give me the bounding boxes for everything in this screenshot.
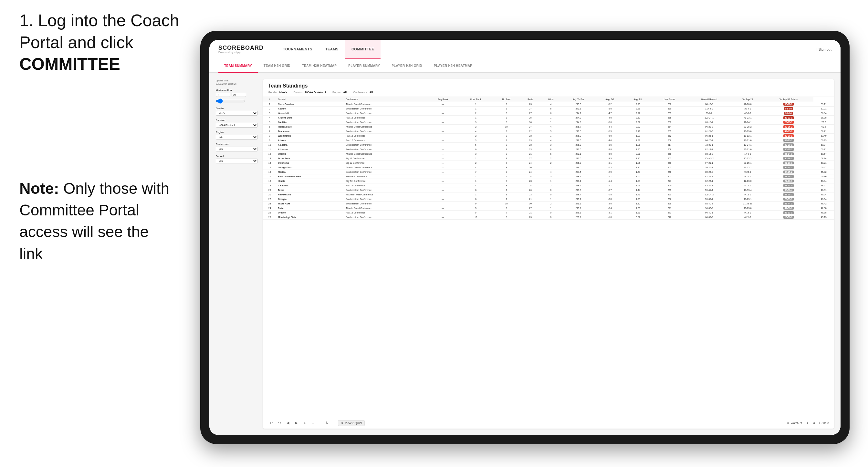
download-btn[interactable]: ↧	[806, 422, 809, 425]
data-cell: 21	[520, 211, 541, 215]
data-cell: 46.91	[813, 188, 834, 192]
school-cell: Illinois	[276, 179, 344, 183]
rank-cell: 25	[263, 211, 276, 215]
data-cell: 42.98	[813, 206, 834, 211]
school-cell: Texas	[276, 188, 344, 192]
refresh-icon[interactable]: ↻	[324, 420, 330, 426]
min-rounds-slider[interactable]	[216, 98, 245, 104]
data-cell: 8	[493, 111, 520, 116]
data-cell: 96-29-2	[686, 125, 731, 129]
conf-cell: Southeastern Conference	[344, 111, 427, 116]
col-avg-sg: Avg. SG	[596, 97, 623, 102]
score-cell: 34-25-2	[764, 170, 813, 175]
table-row: 21New MexicoMountain West Conference—192…	[263, 192, 834, 197]
conference-select[interactable]: (All)	[216, 147, 258, 152]
sub-nav-team-h2h-grid[interactable]: TEAM H2H GRID	[258, 59, 296, 73]
data-cell: 1	[459, 156, 493, 161]
data-cell: 8	[493, 138, 520, 143]
sub-nav-player-h2h-grid[interactable]: PLAYER H2H GRID	[386, 59, 428, 73]
watch-btn[interactable]: 👁 Watch ▼	[786, 422, 802, 425]
main-content: Update time: 27/03/2024 16:56:26 Minimum…	[209, 73, 841, 435]
table-body: 1North CarolinaAtlantic Coast Conference…	[263, 102, 834, 220]
region-select[interactable]: N/A	[216, 135, 258, 139]
data-cell: 49-23-1	[732, 116, 764, 120]
data-cell: 10-23-0	[732, 206, 764, 211]
conference-filter: Conference (All)	[216, 143, 258, 152]
division-select[interactable]: NCAA Division I	[216, 123, 258, 128]
rank-cell: 24	[263, 206, 276, 211]
conf-cell: Southeastern Conference	[344, 197, 427, 201]
min-rounds-min-input[interactable]	[216, 93, 230, 97]
share-btn[interactable]: ⤴ Share	[818, 422, 829, 425]
fullscreen-btn[interactable]: ⧉	[813, 421, 815, 425]
data-cell: 23	[520, 215, 541, 220]
back-icon[interactable]: ◀	[285, 420, 291, 426]
table-row: 19CaliforniaPac-12 Conference—48242278.2…	[263, 183, 834, 188]
nav-teams[interactable]: TEAMS	[319, 40, 345, 59]
rank-cell: 15	[263, 165, 276, 170]
data-cell: 24	[520, 170, 541, 175]
nav-committee[interactable]: COMMITTEE	[345, 40, 381, 59]
undo-icon[interactable]: ↩	[268, 420, 274, 426]
data-cell: -0.4	[596, 206, 623, 211]
data-cell: 16-21-0	[732, 138, 764, 143]
sub-nav-player-summary[interactable]: PLAYER SUMMARY	[342, 59, 386, 73]
nav-tournaments[interactable]: TOURNAMENTS	[277, 40, 319, 59]
data-cell: 4	[459, 165, 493, 170]
forward-icon[interactable]: ▶	[293, 420, 299, 426]
data-cell: 68.57	[813, 152, 834, 156]
sub-nav-team-h2h-heatmap[interactable]: TEAM H2H HEATMAP	[296, 59, 342, 73]
bottom-toolbar: ↩ ↪ ◀ ▶ + − ↻ 👁 View: Original 👁	[263, 417, 834, 429]
data-cell: -5.2	[596, 102, 623, 106]
data-cell: 9	[493, 156, 520, 161]
data-cell: 2	[459, 111, 493, 116]
conf-cell: Big 12 Conference	[344, 161, 427, 165]
data-cell: -5.5	[596, 129, 623, 134]
data-cell: 23	[520, 147, 541, 152]
score-badge: 33-44-3	[783, 202, 794, 205]
data-cell: 30-4-0	[732, 106, 764, 111]
data-cell: 5	[541, 129, 561, 134]
sign-out[interactable]: | Sign out	[817, 48, 832, 51]
data-cell: 5	[459, 143, 493, 147]
tablet-screen: SCOREBOARD Powered by clippi TOURNAMENTS…	[209, 40, 841, 435]
col-rank: #	[263, 97, 276, 102]
school-select[interactable]: (All)	[216, 159, 258, 163]
gender-select[interactable]: Men's	[216, 111, 258, 116]
view-original-btn[interactable]: 👁 View: Original	[338, 420, 365, 426]
school-cell: Texas A&M	[276, 201, 344, 206]
data-cell: —	[427, 165, 459, 170]
data-cell: 8	[493, 134, 520, 138]
data-cell: 23-23-1	[732, 165, 764, 170]
redo-icon[interactable]: ↪	[277, 420, 282, 426]
score-cell: 23-33-1	[764, 211, 813, 215]
data-cell: 2	[541, 156, 561, 161]
min-rounds-max-input[interactable]	[231, 93, 246, 97]
data-cell: 9-19-1	[732, 211, 764, 215]
data-cell: 87-21-2	[686, 175, 731, 179]
data-cell: 279.1	[561, 152, 596, 156]
data-cell: 258	[653, 170, 687, 175]
zoom-out-icon[interactable]: −	[310, 420, 316, 426]
score-cell: 42-15-0	[764, 129, 813, 134]
data-cell: 23	[520, 179, 541, 183]
score-badge: 38-6-0	[784, 112, 793, 115]
data-area: Team Standings Gender: Men's Division: N…	[263, 79, 834, 429]
data-cell: 1.39	[624, 206, 653, 211]
data-cell: 8	[459, 197, 493, 201]
data-cell: 18	[520, 120, 541, 125]
sub-nav-team-summary[interactable]: TEAM SUMMARY	[218, 59, 258, 73]
rank-cell: 13	[263, 156, 276, 161]
score-cell: 39-23-1	[764, 138, 813, 143]
sub-nav-player-h2h-heatmap[interactable]: PLAYER H2H HEATMAP	[428, 59, 478, 73]
data-cell: 24	[520, 183, 541, 188]
zoom-in-icon[interactable]: +	[302, 420, 308, 426]
conf-cell: Southeastern Conference	[344, 215, 427, 220]
gender-label: Gender	[216, 107, 258, 110]
data-cell: 9	[493, 102, 520, 106]
data-cell: 1	[541, 197, 561, 201]
sub-nav: TEAM SUMMARY TEAM H2H GRID TEAM H2H HEAT…	[209, 59, 841, 73]
table-row: 7TennesseeSoutheastern Conference—482252…	[263, 129, 834, 134]
school-cell: Duke	[276, 206, 344, 211]
data-cell: 12-14-1	[732, 120, 764, 125]
